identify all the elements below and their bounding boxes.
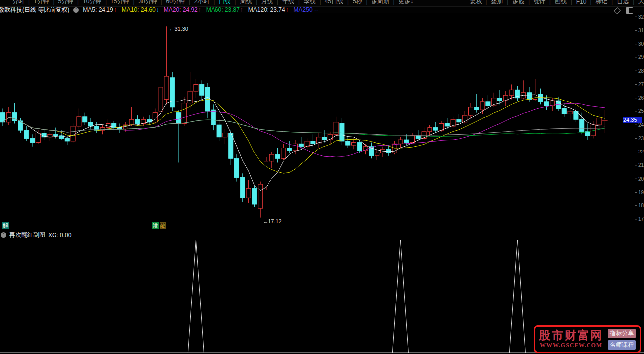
separator: | <box>528 0 530 5</box>
period-list: 分时|1分钟|5分钟|10分钟|15分钟|30分钟|60分钟|2小时|日线|周线… <box>0 0 413 6</box>
marker-badge: 解 <box>2 222 9 229</box>
chevron-down-circle-icon[interactable]: ˇ <box>73 7 79 13</box>
indicator-name[interactable]: 再次翻红副图 <box>9 231 45 239</box>
list-icon[interactable] <box>2 0 7 4</box>
separator: | <box>347 0 349 5</box>
price-annotation: ←31.30 <box>169 26 188 32</box>
ma-label: MA250 -- <box>294 7 318 13</box>
separator: | <box>214 0 215 5</box>
svg-text:29: 29 <box>638 54 644 60</box>
price-annotation: ←17.12 <box>263 218 282 224</box>
main-candlestick-chart[interactable]: 17181920212223242526272829303132←31.30←1… <box>0 13 644 229</box>
period-7[interactable]: 2小时 <box>194 0 210 6</box>
separator: | <box>256 0 257 5</box>
period-12[interactable]: 季线 <box>304 0 316 6</box>
toolbar-button-1[interactable]: 叠加 <box>491 0 503 6</box>
watermark-badges: 指标分享 名师课程 <box>608 329 636 350</box>
separator: | <box>28 0 30 5</box>
period-13[interactable]: 45日线 <box>325 0 343 6</box>
separator: | <box>633 0 634 5</box>
svg-text:20: 20 <box>638 176 644 182</box>
separator: | <box>611 0 613 5</box>
period-10[interactable]: 月线 <box>261 0 273 6</box>
period-16[interactable]: 更多↓ <box>398 0 413 6</box>
down-arrow-icon: ↓ <box>156 7 159 13</box>
svg-text:19: 19 <box>638 190 644 195</box>
main-chart-area[interactable]: 17181920212223242526272829303132←31.30←1… <box>0 13 644 231</box>
indicator-header: ˇ 再次翻红副图 XG: 0.00 <box>1 231 71 239</box>
info-bar: 致欧科技(日线 等比前复权) ˇ MA5: 24.19↑MA10: 24.60↓… <box>0 7 644 13</box>
period-0[interactable]: 分时 <box>12 0 24 6</box>
period-9[interactable]: 周线 <box>240 0 252 6</box>
ma-legend-item-4: MA120: 23.74↑ <box>248 7 289 13</box>
svg-text:26: 26 <box>638 95 644 101</box>
period-toolbar: 分时|1分钟|5分钟|10分钟|15分钟|30分钟|60分钟|2小时|日线|周线… <box>0 0 644 7</box>
separator: | <box>161 0 162 5</box>
toolbar-button-0[interactable]: 复权 <box>470 0 482 6</box>
svg-text:27: 27 <box>638 82 644 87</box>
watermark-site: 股市财富网 WWW.GSCFW.COM <box>539 329 603 349</box>
ma-label: MA20: 24.92 <box>164 7 198 13</box>
svg-text:25: 25 <box>638 108 644 114</box>
period-11[interactable]: 年线 <box>282 0 294 6</box>
svg-text:22: 22 <box>638 149 644 154</box>
svg-text:30: 30 <box>638 41 644 47</box>
watermark-site-name: 股市财富网 <box>539 329 603 342</box>
watermark-site-url: WWW.GSCFW.COM <box>540 342 602 349</box>
separator: | <box>277 0 278 5</box>
svg-text:31: 31 <box>638 28 644 33</box>
ma-legend-item-1: MA10: 24.60↓ <box>122 7 159 13</box>
ma-legend-item-5: MA250 -- <box>294 7 318 13</box>
period-8[interactable]: 日线 <box>218 0 230 6</box>
toolbar-button-5[interactable]: F10 <box>576 0 587 5</box>
toolbar-right-buttons: 复权|叠加|多股|统计|画线|F10|标记|自选|大 <box>470 0 644 6</box>
separator: | <box>105 0 107 5</box>
svg-text:28: 28 <box>638 68 644 74</box>
marker-badge: 融 <box>160 222 166 229</box>
separator: | <box>133 0 135 5</box>
ma-legend-item-0: MA5: 24.19↑ <box>83 7 116 13</box>
separator: | <box>571 0 572 5</box>
up-arrow-icon: ↑ <box>198 7 201 13</box>
separator: | <box>393 0 394 5</box>
ma-legend-item-3: MA60: 23.87↑ <box>206 7 243 13</box>
separator: | <box>507 0 508 5</box>
svg-text:23: 23 <box>638 136 644 141</box>
separator: | <box>189 0 190 5</box>
indicator-value: XG: 0.00 <box>48 232 71 239</box>
up-arrow-icon: ↑ <box>240 7 243 13</box>
indicator-chevron-icon[interactable]: ˇ <box>1 232 6 238</box>
watermark-badge-top: 指标分享 <box>608 329 636 338</box>
separator: | <box>485 0 487 5</box>
period-4[interactable]: 15分钟 <box>110 0 129 6</box>
separator: | <box>234 0 236 5</box>
svg-text:17: 17 <box>638 216 644 222</box>
svg-text:21: 21 <box>638 162 644 168</box>
ma-legend-item-2: MA20: 24.92↑ <box>164 7 201 13</box>
toolbar-button-6[interactable]: 标记 <box>595 0 607 6</box>
svg-text:18: 18 <box>638 203 644 208</box>
ma-label: MA5: 24.19 <box>83 7 113 13</box>
separator: | <box>549 0 551 5</box>
period-15[interactable]: 多周期 <box>371 0 389 6</box>
period-3[interactable]: 10分钟 <box>83 0 101 6</box>
stock-title: 致欧科技(日线 等比前复权) <box>0 7 69 13</box>
ma-legend: MA5: 24.19↑MA10: 24.60↓MA20: 24.92↑MA60:… <box>83 7 318 13</box>
period-6[interactable]: 60分钟 <box>166 0 185 6</box>
toolbar-button-7[interactable]: 自选 <box>617 0 629 6</box>
toolbar-button-4[interactable]: 画线 <box>555 0 567 6</box>
up-arrow-icon: ↑ <box>114 7 117 13</box>
toolbar-button-3[interactable]: 统计 <box>534 0 545 6</box>
period-2[interactable]: 5分钟 <box>58 0 73 6</box>
ma-label: MA60: 23.87 <box>206 7 240 13</box>
period-5[interactable]: 30分钟 <box>138 0 157 6</box>
last-price-tag: 24.35 <box>623 117 642 123</box>
separator: | <box>320 0 321 5</box>
up-arrow-icon: ↑ <box>286 7 289 13</box>
marker-badge: 港 <box>152 222 159 229</box>
period-14[interactable]: 5秒 <box>353 0 362 6</box>
period-1[interactable]: 1分钟 <box>34 0 49 6</box>
toolbar-button-8[interactable]: 大 <box>638 0 644 6</box>
svg-text:32: 32 <box>638 14 644 20</box>
toolbar-button-2[interactable]: 多股 <box>512 0 524 6</box>
